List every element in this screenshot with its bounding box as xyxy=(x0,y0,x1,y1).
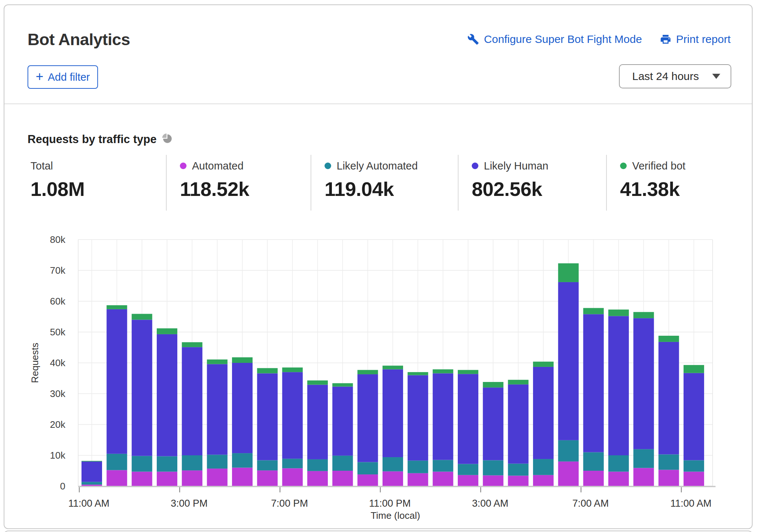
bar-segment[interactable] xyxy=(106,470,127,486)
bar-segment[interactable] xyxy=(433,369,453,374)
bar-segment[interactable] xyxy=(307,459,328,471)
bar-segment[interactable] xyxy=(82,462,102,482)
bar-segment[interactable] xyxy=(232,468,253,486)
bar-segment[interactable] xyxy=(408,372,428,375)
bar-segment[interactable] xyxy=(684,460,704,471)
bar-segment[interactable] xyxy=(232,453,253,467)
bar-segment[interactable] xyxy=(633,468,654,486)
bar-segment[interactable] xyxy=(659,342,679,455)
bar-segment[interactable] xyxy=(483,382,503,387)
bar-segment[interactable] xyxy=(684,472,704,486)
bar-segment[interactable] xyxy=(408,375,428,461)
bar-segment[interactable] xyxy=(533,362,554,367)
bar-segment[interactable] xyxy=(508,380,529,385)
bar-segment[interactable] xyxy=(182,342,202,347)
stacked-bar-chart[interactable]: 010k20k30k40k50k60k70k80k11:00 AM3:00 PM… xyxy=(4,218,753,528)
bar-segment[interactable] xyxy=(558,263,579,282)
bar-segment[interactable] xyxy=(282,372,303,459)
bar-segment[interactable] xyxy=(358,370,378,374)
bar-segment[interactable] xyxy=(157,456,177,472)
bar-segment[interactable] xyxy=(483,475,503,486)
bar-segment[interactable] xyxy=(307,380,328,385)
bar-segment[interactable] xyxy=(408,473,428,486)
bar-segment[interactable] xyxy=(684,373,704,460)
bar-segment[interactable] xyxy=(132,320,152,456)
bar-segment[interactable] xyxy=(157,334,177,456)
bar-segment[interactable] xyxy=(633,318,654,449)
bar-segment[interactable] xyxy=(182,470,202,486)
bar-segment[interactable] xyxy=(408,460,428,473)
bar-segment[interactable] xyxy=(106,309,127,454)
bar-segment[interactable] xyxy=(433,460,453,472)
bar-segment[interactable] xyxy=(132,472,152,486)
bar-segment[interactable] xyxy=(157,328,177,334)
bar-segment[interactable] xyxy=(282,368,303,372)
bar-segment[interactable] xyxy=(182,347,202,455)
bar-segment[interactable] xyxy=(383,366,403,369)
bar-segment[interactable] xyxy=(608,472,629,486)
bar-segment[interactable] xyxy=(132,314,152,320)
bar-segment[interactable] xyxy=(659,454,679,470)
bar-segment[interactable] xyxy=(583,452,604,471)
bar-segment[interactable] xyxy=(508,464,529,476)
bar-segment[interactable] xyxy=(659,470,679,486)
bar-segment[interactable] xyxy=(458,464,478,475)
configure-super-bot-fight-mode-link[interactable]: Configure Super Bot Fight Mode xyxy=(467,33,642,45)
bar-segment[interactable] xyxy=(483,460,503,475)
bar-segment[interactable] xyxy=(633,449,654,468)
bar-segment[interactable] xyxy=(659,336,679,342)
bar-segment[interactable] xyxy=(558,462,579,486)
bar-segment[interactable] xyxy=(383,471,403,486)
bar-segment[interactable] xyxy=(82,461,102,462)
bar-segment[interactable] xyxy=(608,310,629,316)
bar-segment[interactable] xyxy=(106,305,127,309)
bar-segment[interactable] xyxy=(558,440,579,462)
bar-segment[interactable] xyxy=(684,365,704,373)
bar-segment[interactable] xyxy=(508,385,529,464)
bar-segment[interactable] xyxy=(207,360,228,364)
bar-segment[interactable] xyxy=(383,457,403,471)
bar-segment[interactable] xyxy=(533,459,554,475)
bar-segment[interactable] xyxy=(533,475,554,486)
bar-segment[interactable] xyxy=(383,369,403,457)
bar-segment[interactable] xyxy=(257,460,278,470)
bar-segment[interactable] xyxy=(433,472,453,486)
bar-segment[interactable] xyxy=(633,312,654,318)
bar-segment[interactable] xyxy=(332,471,353,486)
bar-segment[interactable] xyxy=(458,475,478,486)
bar-segment[interactable] xyxy=(508,475,529,486)
print-report-link[interactable]: Print report xyxy=(660,33,731,45)
bar-segment[interactable] xyxy=(358,474,378,486)
bar-segment[interactable] xyxy=(608,316,629,455)
bar-segment[interactable] xyxy=(433,374,453,460)
bar-segment[interactable] xyxy=(583,314,604,452)
bar-segment[interactable] xyxy=(583,308,604,314)
bar-segment[interactable] xyxy=(232,357,253,363)
bar-segment[interactable] xyxy=(332,383,353,386)
bar-segment[interactable] xyxy=(182,455,202,470)
bar-segment[interactable] xyxy=(282,459,303,468)
bar-segment[interactable] xyxy=(483,387,503,460)
bar-segment[interactable] xyxy=(332,387,353,456)
bar-segment[interactable] xyxy=(358,374,378,462)
bar-segment[interactable] xyxy=(232,363,253,453)
bar-segment[interactable] xyxy=(257,374,278,460)
bar-segment[interactable] xyxy=(257,368,278,373)
bar-segment[interactable] xyxy=(358,462,378,474)
add-filter-button[interactable]: + Add filter xyxy=(28,65,98,89)
bar-segment[interactable] xyxy=(207,364,228,455)
bar-segment[interactable] xyxy=(157,472,177,486)
bar-segment[interactable] xyxy=(82,482,102,485)
bar-segment[interactable] xyxy=(458,370,478,374)
bar-segment[interactable] xyxy=(608,455,629,472)
bar-segment[interactable] xyxy=(307,471,328,486)
bar-segment[interactable] xyxy=(207,455,228,469)
bar-segment[interactable] xyxy=(583,471,604,486)
bar-segment[interactable] xyxy=(207,469,228,486)
bar-segment[interactable] xyxy=(282,468,303,486)
time-range-select[interactable]: Last 24 hours xyxy=(619,64,731,88)
bar-segment[interactable] xyxy=(558,282,579,440)
bar-segment[interactable] xyxy=(458,374,478,464)
bar-segment[interactable] xyxy=(533,367,554,459)
bar-segment[interactable] xyxy=(106,454,127,470)
